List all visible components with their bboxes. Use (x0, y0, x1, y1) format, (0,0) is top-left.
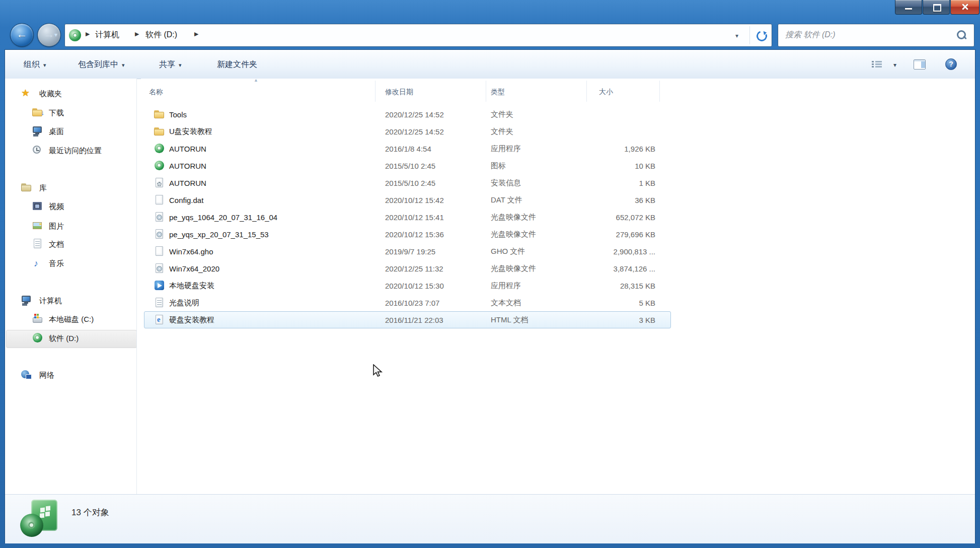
help-button[interactable]: ? (945, 58, 957, 70)
hard-disk-icon (32, 314, 43, 325)
text-document-icon (154, 298, 165, 308)
recent-places-icon (32, 145, 43, 156)
file-icon (154, 246, 165, 256)
column-divider[interactable] (375, 81, 375, 102)
sidebar-item-drive-d[interactable]: 软件 (D:) (5, 331, 16, 346)
file-row[interactable]: pe_yqs_xp_20_07_31_15_532020/10/12 15:36… (144, 226, 670, 243)
preview-pane-button[interactable] (914, 59, 926, 70)
green-installer-disc-icon (20, 499, 59, 539)
column-header-size[interactable]: 大小 (599, 86, 613, 98)
sidebar-item-downloads[interactable]: ↓ 下载 (5, 106, 16, 120)
search-icon (957, 30, 966, 39)
recent-pages-dropdown[interactable]: ▾ (54, 31, 57, 38)
close-icon (962, 4, 968, 10)
back-button[interactable]: ← (10, 23, 34, 47)
sidebar-item-recent-places[interactable]: 最近访问的位置 (5, 144, 16, 158)
application-disc-icon (154, 144, 165, 154)
disc-drive-icon (32, 333, 43, 344)
navigation-pane: 收藏夹 ↓ 下载 桌面 最近访问的位置 库 视频 图片 文档 音乐 计算机 本地… (5, 79, 137, 494)
column-header-date[interactable]: 修改日期 (385, 86, 413, 98)
sidebar-item-local-disk-c[interactable]: 本地磁盘 (C:) (5, 312, 16, 326)
download-folder-icon: ↓ (32, 107, 43, 118)
sidebar-section-favorites[interactable]: 收藏夹 (5, 87, 16, 101)
installer-application-icon (154, 281, 165, 291)
file-row[interactable]: pe_yqs_1064_20_07_31_16_042020/10/12 15:… (144, 209, 670, 226)
toolbar-new-folder-button[interactable]: 新建文件夹 (217, 50, 257, 79)
column-header-type[interactable]: 类型 (491, 86, 505, 98)
toolbar-include-in-library-button[interactable]: 包含到库中▾ (78, 50, 125, 79)
file-row[interactable]: Tools2020/12/25 14:52文件夹 (144, 106, 670, 123)
sidebar-section-network[interactable]: 网络 (5, 368, 16, 382)
disc-image-icon (154, 263, 165, 273)
close-button[interactable] (950, 0, 979, 15)
sidebar-item-desktop[interactable]: 桌面 (5, 124, 16, 139)
minimize-icon (905, 8, 912, 10)
address-history-dropdown[interactable]: ▾ (735, 32, 738, 39)
sidebar-section-libraries[interactable]: 库 (5, 181, 16, 195)
sidebar-item-music[interactable]: 音乐 (5, 256, 16, 270)
breadcrumb-item-drive-d[interactable]: 软件 (D:) (145, 30, 177, 40)
disc-image-icon (154, 212, 165, 222)
view-dropdown-arrow-icon[interactable]: ▾ (893, 61, 896, 68)
search-input[interactable]: 搜索 软件 (D:) (778, 24, 974, 47)
column-divider[interactable] (659, 81, 660, 102)
toolbar-share-button[interactable]: 共享▾ (159, 50, 182, 79)
file-row[interactable]: Win7x64_20202020/12/25 11:32光盘映像文件3,874,… (144, 260, 670, 277)
sidebar-item-pictures[interactable]: 图片 (5, 219, 16, 233)
minimize-button[interactable] (895, 0, 922, 15)
file-row[interactable]: U盘安装教程2020/12/25 14:52文件夹 (144, 123, 670, 140)
item-count-label: 13 个对象 (71, 507, 109, 518)
chevron-down-icon: ▾ (122, 62, 125, 68)
file-row[interactable]: AUTORUN2015/5/10 2:45图标10 KB (144, 157, 670, 174)
desktop-icon (32, 126, 43, 137)
star-icon (21, 88, 32, 99)
sidebar-section-computer[interactable]: 计算机 (5, 294, 16, 308)
breadcrumb-separator-icon: ▶ (194, 31, 198, 37)
file-row[interactable]: Config.dat2020/10/12 15:42DAT 文件36 KB (144, 191, 670, 209)
music-note-icon (32, 258, 43, 269)
toolbar-organize-button[interactable]: 组织▾ (24, 50, 46, 79)
sort-ascending-icon: ▲ (254, 78, 258, 83)
column-header-name[interactable]: 名称 (149, 86, 163, 98)
drive-disc-icon (69, 29, 81, 41)
network-icon (21, 370, 32, 381)
html-document-icon (154, 315, 165, 325)
file-row[interactable]: Win7x64.gho2019/9/7 19:25GHO 文件2,900,813… (144, 243, 670, 260)
folder-icon (154, 109, 165, 119)
address-separator (749, 26, 750, 44)
file-row[interactable]: AUTORUN2015/5/10 2:45安装信息1 KB (144, 174, 670, 191)
setup-information-icon (154, 178, 165, 188)
file-rows: Tools2020/12/25 14:52文件夹 U盘安装教程2020/12/2… (141, 106, 975, 328)
command-toolbar: 组织▾ 包含到库中▾ 共享▾ 新建文件夹 ▾ ? (5, 50, 975, 79)
disc-image-icon (154, 229, 165, 239)
breadcrumb-item-computer[interactable]: 计算机 (95, 30, 119, 40)
documents-icon (32, 239, 43, 250)
search-placeholder: 搜索 软件 (D:) (785, 30, 836, 40)
back-arrow-icon: ← (11, 28, 33, 41)
file-icon (154, 195, 165, 205)
maximize-button[interactable] (923, 0, 950, 15)
sidebar-item-documents[interactable]: 文档 (5, 237, 16, 251)
column-divider[interactable] (486, 81, 486, 102)
pane-divider (136, 79, 137, 494)
computer-icon (21, 295, 32, 306)
refresh-button[interactable] (755, 29, 769, 43)
library-icon (21, 182, 32, 193)
video-icon (32, 201, 43, 212)
file-list-pane: ▲ 名称 修改日期 类型 大小 Tools2020/12/25 14:52文件夹… (141, 79, 975, 494)
file-row[interactable]: 本地硬盘安装2020/10/12 15:30应用程序28,315 KB (144, 277, 670, 294)
breadcrumb-separator-icon: ▶ (86, 31, 90, 37)
mouse-cursor (373, 364, 384, 378)
sidebar-item-videos[interactable]: 视频 (5, 199, 16, 214)
column-divider[interactable] (586, 81, 587, 102)
change-view-button[interactable] (872, 61, 883, 68)
pictures-icon (32, 221, 43, 232)
address-bar[interactable]: ▶ 计算机 ▶ 软件 (D:) ▶ ▾ (64, 24, 772, 47)
window-controls (895, 0, 979, 15)
chevron-down-icon: ▾ (179, 62, 182, 68)
file-row[interactable]: AUTORUN2016/1/8 4:54应用程序1,926 KB (144, 140, 670, 157)
file-row[interactable]: 光盘说明2016/10/23 7:07文本文档5 KB (144, 294, 670, 311)
breadcrumb-separator-icon: ▶ (135, 31, 139, 37)
chevron-down-icon: ▾ (43, 62, 46, 68)
file-row-selected[interactable]: 硬盘安装教程2016/11/21 22:03HTML 文档3 KB (144, 311, 671, 328)
